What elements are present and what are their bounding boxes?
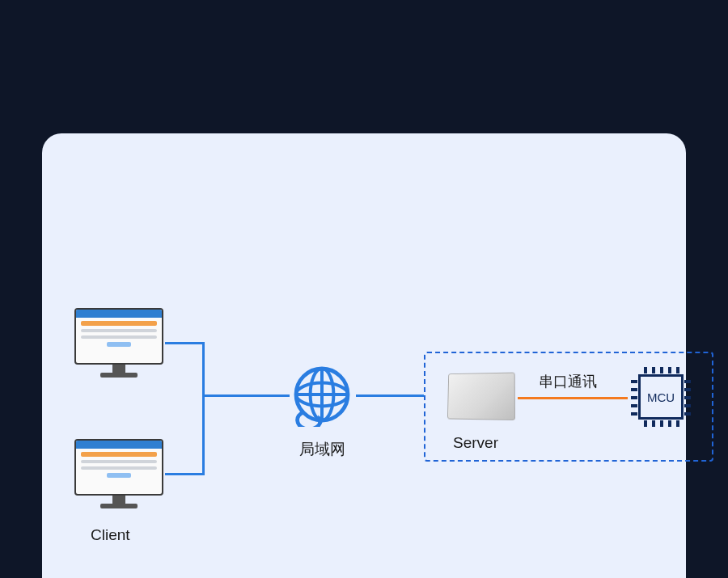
serial-link-label: 串口通讯 <box>539 372 597 391</box>
client-monitor-1 <box>74 308 163 382</box>
server-module-icon <box>447 373 515 421</box>
diagram-card: Client 局域网 Server 串口通讯 MCU <box>42 133 686 578</box>
monitor-screen <box>74 439 163 496</box>
globe-icon <box>290 362 354 427</box>
connector-line <box>165 473 204 475</box>
client-label: Client <box>91 526 130 544</box>
lan-label: 局域网 <box>299 439 345 460</box>
connector-line <box>165 342 204 344</box>
connector-line <box>202 342 205 475</box>
client-monitor-2 <box>74 439 163 513</box>
connector-line <box>356 394 424 397</box>
connector-line <box>202 394 290 397</box>
server-label: Server <box>453 434 498 452</box>
monitor-screen <box>74 308 163 365</box>
serial-connector-line <box>518 397 628 399</box>
mcu-chip-icon: MCU <box>629 365 692 428</box>
mcu-chip-label: MCU <box>638 374 684 420</box>
